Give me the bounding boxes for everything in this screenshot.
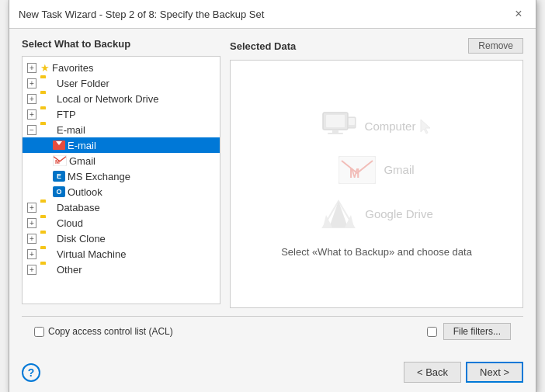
computer-icon: [320, 111, 357, 142]
gmail-icon: M: [53, 155, 67, 166]
footer: ? < Back Next >: [9, 356, 536, 392]
tree-item-virtual-machine[interactable]: Virtual Machine: [23, 246, 220, 262]
email-icon: [53, 140, 65, 150]
tree-item-ftp[interactable]: FTP: [23, 106, 220, 122]
select-hint: Select «What to Backup» and choose data: [281, 246, 472, 258]
tree-label-local-network: Local or Network Drive: [57, 93, 159, 105]
tree-label-favorites: Favorites: [52, 62, 93, 74]
tree-item-ms-exchange[interactable]: E MS Exchange: [23, 168, 220, 184]
svg-marker-8: [421, 120, 430, 134]
expand-icon-local[interactable]: [26, 92, 38, 105]
tree-item-gmail[interactable]: M Gmail: [23, 153, 220, 168]
folder-icon-local: [40, 93, 54, 104]
expand-icon-favorites[interactable]: [26, 61, 38, 74]
left-panel-title: Select What to Backup: [22, 38, 220, 50]
folder-icon-ftp: [40, 109, 54, 120]
left-panel: Select What to Backup ★ Favorites User F…: [22, 38, 220, 308]
remove-button[interactable]: Remove: [468, 38, 523, 54]
tree-label-ftp: FTP: [57, 109, 76, 120]
bottom-bar: Copy access control list (ACL) File filt…: [22, 316, 523, 346]
expand-icon-user-folder[interactable]: [26, 77, 38, 89]
folder-icon-cloud: [40, 217, 54, 228]
svg-marker-12: [329, 201, 348, 227]
expand-icon-ftp[interactable]: [26, 108, 38, 120]
tree-item-email[interactable]: E-mail: [23, 137, 220, 153]
gmail-icon-row: M Gmail: [338, 156, 414, 184]
expand-icon-database[interactable]: [26, 201, 38, 213]
tree-container[interactable]: ★ Favorites User Folder Local or Network…: [22, 56, 220, 304]
svg-rect-4: [332, 130, 338, 133]
gmail-label: Gmail: [384, 163, 414, 176]
expand-icon-email[interactable]: [26, 123, 38, 136]
nav-buttons: < Back Next >: [404, 362, 523, 383]
outlook-icon: O: [53, 186, 65, 197]
tree-label-user-folder: User Folder: [57, 78, 109, 89]
expand-icon-other[interactable]: [26, 263, 38, 276]
computer-label: Computer: [365, 120, 416, 133]
expand-icon-disk-clone[interactable]: [26, 232, 38, 245]
tree-label-ms-exchange: MS Exchange: [68, 171, 130, 182]
expand-icon-cloud[interactable]: [26, 217, 38, 229]
icons-grid: Computer M: [231, 111, 522, 231]
svg-text:M: M: [55, 159, 60, 165]
help-button[interactable]: ?: [22, 363, 40, 382]
main-content: Select What to Backup ★ Favorites User F…: [9, 29, 536, 356]
google-drive-icon: [320, 198, 357, 231]
back-button[interactable]: < Back: [404, 362, 461, 383]
tree-label-other: Other: [57, 264, 82, 276]
wizard-dialog: New Task Wizard - Step 2 of 8: Specify t…: [9, 0, 536, 392]
tree-item-local-network[interactable]: Local or Network Drive: [23, 91, 220, 106]
svg-rect-7: [349, 118, 355, 125]
tree-item-email-parent[interactable]: E-mail: [23, 122, 220, 137]
folder-icon-user: [40, 78, 54, 88]
tree-item-outlook[interactable]: O Outlook: [23, 184, 220, 199]
tree-label-outlook: Outlook: [68, 186, 102, 198]
star-icon: ★: [40, 62, 50, 74]
selected-data-area: Computer M: [230, 60, 523, 308]
acl-checkbox[interactable]: [34, 327, 44, 337]
panels-area: Select What to Backup ★ Favorites User F…: [22, 38, 523, 308]
computer-icon-row: Computer: [320, 111, 434, 142]
tree-label-cloud: Cloud: [57, 217, 83, 229]
file-filters-button[interactable]: File filters...: [443, 323, 511, 340]
tree-label-database: Database: [57, 202, 100, 213]
svg-marker-14: [345, 215, 354, 227]
tree-item-cloud[interactable]: Cloud: [23, 215, 220, 231]
folder-icon-other: [40, 264, 54, 275]
right-panel-header: Selected Data Remove: [230, 38, 523, 54]
folder-icon-vm: [40, 248, 54, 259]
tree-item-user-folder[interactable]: User Folder: [23, 75, 220, 91]
right-panel-title-text: Selected Data: [230, 40, 296, 52]
svg-rect-5: [328, 133, 343, 134]
google-drive-label: Google Drive: [365, 207, 433, 220]
next-button[interactable]: Next >: [466, 362, 523, 383]
tree-item-other[interactable]: Other: [23, 262, 220, 277]
folder-icon-email: [40, 124, 54, 135]
close-button[interactable]: ×: [511, 6, 526, 22]
svg-marker-13: [323, 215, 332, 227]
tree-label-email-parent: E-mail: [57, 124, 85, 136]
acl-label[interactable]: Copy access control list (ACL): [34, 326, 173, 337]
expand-icon-vm[interactable]: [26, 248, 38, 260]
cursor-icon: [419, 118, 433, 135]
file-filters-checkbox[interactable]: [427, 327, 437, 337]
svg-text:M: M: [349, 167, 359, 180]
tree-label-email: E-mail: [68, 140, 96, 151]
gdrive-icon-row: Google Drive: [320, 198, 433, 231]
tree-label-disk-clone: Disk Clone: [57, 233, 106, 245]
dialog-title: New Task Wizard - Step 2 of 8: Specify t…: [19, 9, 264, 20]
tree-item-disk-clone[interactable]: Disk Clone: [23, 231, 220, 246]
exchange-icon: E: [53, 171, 65, 182]
folder-icon-disk-clone: [40, 233, 54, 244]
gmail-big-icon: M: [338, 156, 376, 184]
folder-icon-database: [40, 202, 54, 213]
tree-item-favorites[interactable]: ★ Favorites: [23, 60, 220, 75]
tree-label-gmail: Gmail: [69, 155, 95, 167]
acl-text: Copy access control list (ACL): [48, 326, 173, 337]
title-bar: New Task Wizard - Step 2 of 8: Specify t…: [9, 0, 536, 29]
tree-label-virtual-machine: Virtual Machine: [57, 248, 126, 260]
svg-rect-3: [326, 115, 345, 127]
tree-item-database[interactable]: Database: [23, 199, 220, 215]
right-panel: Selected Data Remove: [230, 38, 523, 308]
